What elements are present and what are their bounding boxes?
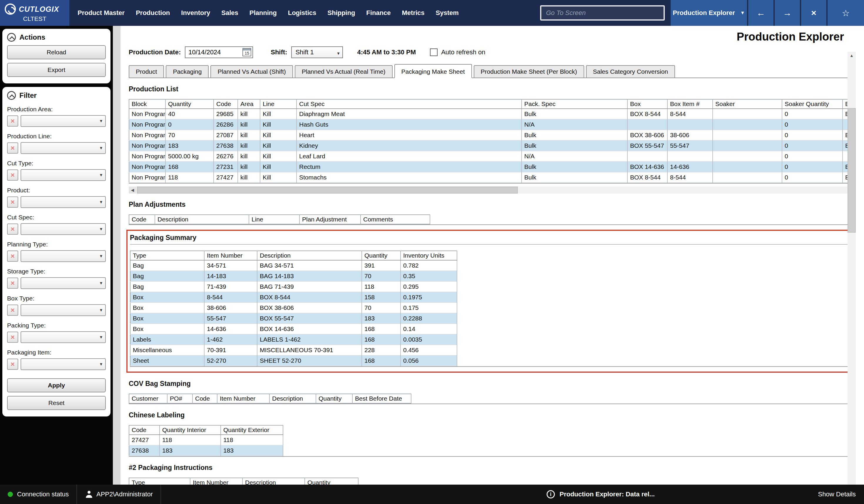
column-header-customer[interactable]: Customer [129,394,167,403]
goto-screen-input[interactable] [540,5,665,21]
table-row[interactable]: Non Program18327638killKillKidneyBulkBOX… [129,140,856,151]
horizontal-scrollbar-thumb[interactable] [137,186,518,194]
tab-planned-vs-actual-shift[interactable]: Planned Vs Actual (Shift) [211,65,293,77]
table-row[interactable]: Bag71-439BAG 71-4391180.295 [130,281,457,292]
back-button[interactable]: ← [748,0,773,26]
table-row[interactable]: 27638183183 [129,445,283,456]
table-row[interactable]: Labels1-462LABELS 1-4621680.0035 [130,334,457,345]
tab-planned-vs-actual-real-time[interactable]: Planned Vs Actual (Real Time) [295,65,393,77]
table-row[interactable]: Non Program11827427killKillStomachsBulkB… [129,172,856,183]
screen-selector-dropdown[interactable]: Production Explorer ▼ [671,0,747,26]
nav-item-system[interactable]: System [436,9,459,17]
table-row[interactable]: Non Program026286killKillHash GutsN/A0 [129,119,856,130]
tab-packaging[interactable]: Packaging [166,65,209,77]
column-header-best-before-date[interactable]: Best Before Date [352,394,411,403]
nav-item-metrics[interactable]: Metrics [402,9,425,17]
status-message[interactable]: i Production Explorer: Data rel... [547,484,655,504]
nav-item-sales[interactable]: Sales [221,9,238,17]
table-row[interactable]: Bag34-571BAG 34-5713910.782 [130,260,457,271]
tab-product[interactable]: Product [129,65,164,77]
filter-dropdown[interactable]: ▾ [21,196,106,208]
filter-dropdown[interactable]: ▾ [21,115,106,127]
column-header-quantity-exterior[interactable]: Quantity Exterior [221,425,283,435]
column-header-item-number[interactable]: Item Number [204,251,257,260]
clear-filter-button[interactable]: × [7,115,18,126]
scroll-up-icon[interactable]: ▲ [848,52,856,59]
column-header-comments[interactable]: Comments [361,215,430,224]
clear-filter-button[interactable]: × [7,170,18,181]
column-header-item-number[interactable]: Item Number [217,394,269,403]
column-header-quantity[interactable]: Quantity [166,99,214,109]
clear-filter-button[interactable]: × [7,196,18,208]
column-header-description[interactable]: Description [242,478,305,484]
column-header-code[interactable]: Code [129,425,159,435]
column-header-description[interactable]: Description [155,215,249,224]
tab-production-make-sheet-per-block[interactable]: Production Make Sheet (Per Block) [474,65,584,77]
horizontal-scrollbar[interactable]: ◀ ▶ [129,186,856,194]
reload-button[interactable]: Reload [7,45,106,59]
nav-item-logistics[interactable]: Logistics [288,9,316,17]
table-row[interactable]: Bag14-183BAG 14-183700.35 [130,271,457,281]
column-header-soaker-quantity[interactable]: Soaker Quantity [782,99,842,109]
column-header-type[interactable]: Type [129,478,190,484]
vertical-scrollbar-thumb[interactable] [848,108,856,233]
clear-filter-button[interactable]: × [7,359,18,370]
column-header-code[interactable]: Code [214,99,238,109]
tab-sales-category-conversion[interactable]: Sales Category Conversion [586,65,675,77]
table-row[interactable]: Box14-636BOX 14-6361680.14 [130,324,457,334]
auto-refresh-checkbox[interactable] [430,48,437,56]
column-header-description[interactable]: Description [269,394,316,403]
favorite-button[interactable]: ☆ [828,0,864,26]
clear-filter-button[interactable]: × [7,250,18,262]
forward-button[interactable]: → [775,0,800,26]
filter-dropdown[interactable]: ▾ [21,331,106,343]
column-header-description[interactable]: Description [257,251,362,260]
column-header-area[interactable]: Area [238,99,260,109]
table-row[interactable]: Sheet52-270SHEET 52-2701680.056 [130,355,457,366]
clear-filter-button[interactable]: × [7,143,18,153]
column-header-inventory-units[interactable]: Inventory Units [400,251,457,260]
table-row[interactable]: Non Program7027087killKillHeartBulkBOX 3… [129,130,856,140]
clear-filter-button[interactable]: × [7,332,18,343]
close-screen-button[interactable]: × [801,0,826,26]
column-header-plan-adjustment[interactable]: Plan Adjustment [299,215,361,224]
column-header-quantity[interactable]: Quantity [316,394,352,403]
column-header-item-number[interactable]: Item Number [190,478,242,484]
collapse-filter-icon[interactable] [7,91,16,100]
column-header-type[interactable]: Type [130,251,204,260]
clear-filter-button[interactable]: × [7,223,18,235]
table-row[interactable]: Box55-547BOX 55-5471830.2288 [130,313,457,324]
filter-dropdown[interactable]: ▾ [21,169,106,181]
filter-dropdown[interactable]: ▾ [21,142,106,154]
shift-dropdown[interactable]: Shift 1 ▾ [291,46,343,58]
table-row[interactable]: 27427118118 [129,435,283,445]
calendar-icon[interactable]: 15 [242,48,251,57]
clear-filter-button[interactable]: × [7,305,18,316]
tab-packaging-make-sheet[interactable]: Packaging Make Sheet [394,64,472,78]
table-row[interactable]: Box38-606BOX 38-606700.175 [130,303,457,313]
vertical-scrollbar[interactable]: ▲ ▼ [848,52,856,484]
nav-item-inventory[interactable]: Inventory [181,9,210,17]
column-header-pack-spec[interactable]: Pack. Spec [521,99,627,109]
filter-dropdown[interactable]: ▾ [21,358,106,370]
column-header-box-item[interactable]: Box Item # [668,99,713,109]
table-row[interactable]: Non Program4029685killKillDiaphragm Meat… [129,109,856,119]
table-row[interactable]: Non Program16827231killKillRectumBulkBOX… [129,161,856,172]
clear-filter-button[interactable]: × [7,278,18,289]
show-details-link[interactable]: Show Details [818,484,856,504]
nav-item-production[interactable]: Production [136,9,170,17]
app-logo-tile[interactable]: CUTLOGIX CLTEST [0,0,69,26]
column-header-block[interactable]: Block [129,99,166,109]
apply-filter-button[interactable]: Apply [7,378,106,392]
nav-item-product-master[interactable]: Product Master [77,9,124,17]
table-row[interactable]: Miscellaneous70-391MISCELLANEOUS 70-3912… [130,345,457,355]
filter-dropdown[interactable]: ▾ [21,223,106,235]
column-header-line[interactable]: Line [249,215,299,224]
column-header-line[interactable]: Line [260,99,297,109]
column-header-po[interactable]: PO# [167,394,192,403]
column-header-cut-spec[interactable]: Cut Spec [297,99,521,109]
reset-filter-button[interactable]: Reset [7,396,106,410]
filter-dropdown[interactable]: ▾ [21,250,106,262]
table-row[interactable]: Box8-544BOX 8-5441580.1975 [130,292,457,303]
export-button[interactable]: Export [7,63,106,77]
